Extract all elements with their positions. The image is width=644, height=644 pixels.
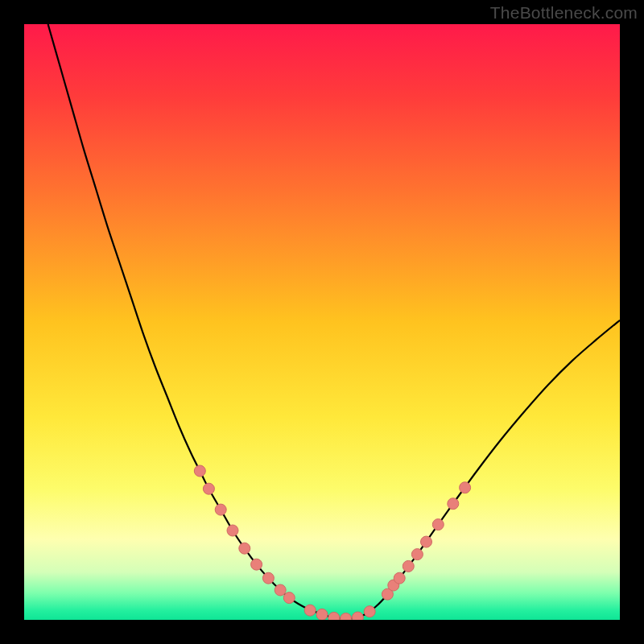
data-point-marker — [448, 498, 459, 510]
data-point-marker — [328, 612, 340, 620]
watermark-text: TheBottleneck.com — [490, 3, 638, 23]
data-point-marker — [203, 483, 214, 494]
data-point-marker — [227, 525, 238, 536]
data-point-marker — [262, 572, 274, 584]
data-point-marker — [304, 605, 316, 616]
data-point-marker — [283, 592, 295, 604]
data-point-marker — [402, 560, 414, 572]
data-point-marker — [251, 559, 262, 570]
data-point-marker — [364, 606, 375, 617]
data-point-marker — [421, 536, 432, 547]
data-point-marker — [239, 543, 250, 554]
data-point-marker — [432, 519, 444, 530]
data-point-marker — [215, 504, 226, 515]
data-point-marker — [411, 549, 423, 560]
bottleneck-chart — [24, 24, 620, 620]
data-point-marker — [316, 609, 328, 620]
chart-frame — [24, 24, 620, 620]
gradient-background — [24, 24, 620, 620]
data-point-marker — [460, 482, 471, 493]
data-point-marker — [275, 584, 286, 596]
data-point-marker — [394, 572, 405, 584]
data-point-marker — [352, 612, 363, 620]
data-point-marker — [194, 465, 205, 477]
